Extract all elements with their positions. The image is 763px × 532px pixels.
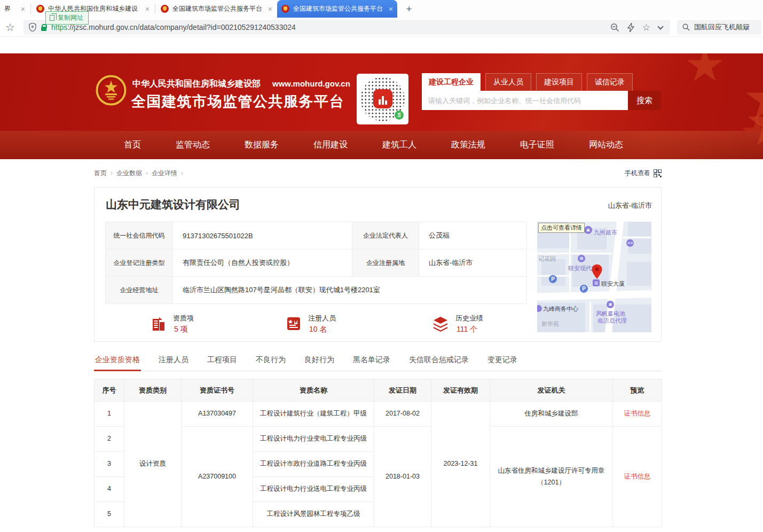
col-header-no: 序号 — [95, 379, 124, 402]
certificate-info-link[interactable]: 证书信息 — [624, 410, 651, 417]
qr-center-logo-icon — [373, 89, 392, 108]
legal-rep-value: 公茂福 — [419, 222, 527, 249]
cell-issue-date: 2018-01-03 — [374, 427, 431, 527]
favorite-star-icon[interactable]: ☆ — [642, 22, 650, 33]
search-tab-credit[interactable]: 诚信记录 — [587, 73, 633, 91]
stat-registered-personnel[interactable]: 注册人员10 名 — [286, 309, 336, 338]
certificate-info-link[interactable]: 证书信息 — [624, 473, 651, 480]
site-favicon-icon — [36, 5, 44, 13]
cell-cert-no: A137030497 — [182, 402, 253, 427]
breadcrumb-separator: › — [111, 169, 113, 177]
lightning-icon[interactable] — [627, 23, 634, 32]
browser-tab-bar: 界 × 中华人民共和国住房和城乡建设 × 全国建筑市场监管公共服务平台 × 全国… — [0, 0, 763, 18]
cell-qual-name: 工程设计风景园林工程专项乙级 — [253, 502, 374, 527]
tab-title: 全国建筑市场监管公共服务平台 — [172, 4, 262, 13]
stat-label: 资质项 — [173, 314, 194, 323]
cell-no: 3 — [95, 452, 124, 477]
search-tab-enterprise[interactable]: 建设工程企业 — [422, 73, 481, 91]
browser-tab-active[interactable]: 全国建筑市场监管公共服务平台 × — [277, 0, 397, 18]
tab-projects[interactable]: 工程项目 — [206, 354, 238, 371]
browser-tab-jzsc[interactable]: 全国建筑市场监管公共服务平台 × — [156, 0, 277, 18]
map-label-garden: 记花园 — [538, 255, 556, 263]
breadcrumb-company-detail: 企业详情 — [152, 169, 177, 178]
stat-label: 注册人员 — [308, 314, 336, 323]
stat-value: 5 项 — [173, 325, 194, 334]
copy-tooltip-label: 复制网址 — [58, 13, 83, 22]
tab-title: 界 — [4, 4, 11, 13]
close-icon[interactable]: × — [389, 5, 393, 13]
map-label-business-center: 九峰商务中心 — [543, 305, 578, 313]
tab-qualifications[interactable]: 企业资质资格 — [94, 354, 141, 371]
company-info-table: 统一社会信用代码 91371302675501022B 企业法定代表人 公茂福 … — [105, 222, 526, 304]
site-search-module: 建设工程企业 从业人员 建设项目 诚信记录 搜索 — [422, 73, 661, 110]
cell-no: 1 — [95, 402, 124, 427]
map-road — [537, 253, 612, 254]
browser-tab-partial[interactable]: 界 × — [0, 0, 29, 18]
tab-good-behavior[interactable]: 良好行为 — [303, 354, 335, 371]
cell-authority: 山东省住房和城乡建设厅许可专用章（1201） — [490, 427, 613, 527]
url-field[interactable]: https://jzsc.mohurd.gov.cn/data/company/… — [23, 20, 670, 35]
map-marker-icon: ▣ — [584, 226, 592, 234]
keyword-search-input[interactable] — [422, 91, 628, 110]
stat-history-performance[interactable]: 历史业绩111 个 — [432, 309, 483, 338]
map-label-xinhua: 新华苑 — [541, 320, 559, 328]
map-marker-parking-icon: P — [549, 275, 557, 283]
reg-region-label: 企业注册属地 — [352, 249, 419, 277]
tab-divider — [155, 4, 155, 14]
search-category-tabs: 建设工程企业 从业人员 建设项目 诚信记录 — [422, 73, 661, 91]
tab-registered-personnel[interactable]: 注册人员 — [158, 354, 190, 371]
tab-change-records[interactable]: 变更记录 — [486, 354, 518, 371]
map-block — [627, 262, 651, 286]
map-road — [589, 302, 591, 332]
company-stats: 资质项5 项 注册人员10 名 历史业绩111 个 — [105, 309, 526, 338]
col-header-authority: 发证机关 — [490, 379, 613, 402]
col-header-cert-no: 资质证书号 — [182, 379, 253, 402]
cell-qual-name: 工程设计建筑行业（建筑工程）甲级 — [253, 402, 374, 427]
tab-bad-behavior[interactable]: 不良行为 — [255, 354, 287, 371]
nav-item-e-license[interactable]: 电子证照 — [520, 139, 554, 151]
qr-mini-program-icon: S — [395, 111, 404, 120]
close-icon[interactable]: × — [21, 5, 25, 13]
nav-item-supervision[interactable]: 监管动态 — [176, 139, 210, 151]
cell-qual-name: 工程设计电力行业送电工程专业丙级 — [253, 477, 374, 502]
cell-preview: 证书信息 — [613, 427, 662, 527]
nav-item-credit[interactable]: 信用建设 — [313, 139, 348, 151]
reg-type-label: 企业登记注册类型 — [106, 249, 173, 277]
nav-item-home[interactable]: 首页 — [124, 139, 141, 151]
stat-value: 10 名 — [308, 325, 336, 334]
tab-dishonesty-records[interactable]: 失信联合惩戒记录 — [408, 354, 470, 371]
zoom-out-icon[interactable] — [610, 23, 619, 32]
quick-search-box[interactable]: 国航回应飞机颠簸 — [677, 20, 761, 35]
cell-issue-date: 2017-08-02 — [374, 402, 431, 427]
ministry-line: 中华人民共和国住房和城乡建设部 www.mohurd.gov.cn — [132, 79, 350, 90]
new-tab-button[interactable]: + — [402, 2, 416, 16]
breadcrumb-company-data[interactable]: 企业数据 — [116, 169, 142, 178]
col-header-validity: 发证有效期 — [431, 379, 490, 402]
close-icon[interactable]: × — [268, 5, 272, 13]
map-marker-icon: ▤ — [578, 255, 585, 262]
chevron-down-icon[interactable] — [657, 24, 663, 29]
close-icon[interactable]: × — [145, 5, 150, 13]
location-map[interactable]: 点击可查看详情 ▣ 九州超市 ATM 记花园 ▤ 联安现代城 P P ▥ 联安大… — [537, 222, 651, 332]
nav-item-data-service[interactable]: 数据服务 — [245, 139, 279, 151]
shield-icon[interactable] — [29, 23, 36, 32]
map-marker-icon: ▥ — [593, 279, 600, 286]
quick-search-text: 国航回应飞机颠簸 — [694, 22, 750, 32]
nav-item-policy[interactable]: 政策法规 — [451, 139, 485, 151]
search-button[interactable]: 搜索 — [628, 91, 661, 110]
map-road — [537, 290, 651, 301]
address-value: 临沂市兰山区陶然路107号星河晶都（联安）现代城1号楼2201室 — [173, 277, 527, 304]
search-tab-project[interactable]: 建设项目 — [536, 73, 582, 91]
breadcrumb-home[interactable]: 首页 — [94, 169, 107, 178]
bookmark-star-icon[interactable]: ☆ — [5, 21, 15, 34]
nav-item-workers[interactable]: 建筑工人 — [382, 139, 416, 151]
nav-item-site-news[interactable]: 网站动态 — [589, 139, 623, 151]
tab-blacklist[interactable]: 黑名单记录 — [352, 354, 391, 371]
map-label-battery-2: 临沂总代理 — [597, 317, 627, 325]
stat-qualifications[interactable]: 资质项5 项 — [151, 309, 194, 338]
qr-code-icon — [654, 169, 662, 177]
search-tab-personnel[interactable]: 从业人员 — [485, 73, 531, 91]
mobile-view-button[interactable]: 手机查看 — [625, 169, 662, 178]
ministry-name: 中华人民共和国住房和城乡建设部 — [132, 79, 261, 90]
address-label: 企业经营地址 — [106, 277, 173, 304]
